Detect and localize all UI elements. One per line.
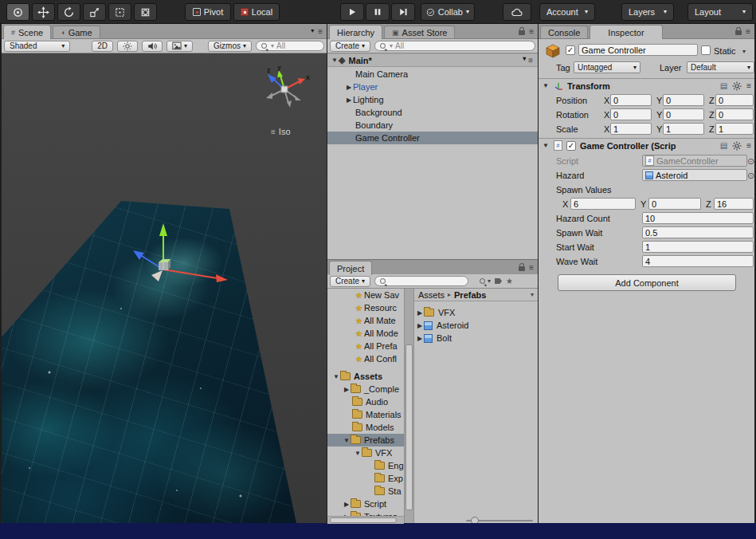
cloud-button[interactable] bbox=[503, 3, 531, 21]
static-checkbox[interactable] bbox=[701, 45, 711, 55]
start-wait-field[interactable]: 1 bbox=[642, 241, 754, 253]
hand-tool-button[interactable] bbox=[6, 3, 29, 21]
disclosure-closed-icon[interactable]: ▶ bbox=[343, 501, 351, 508]
search-by-label-icon[interactable] bbox=[495, 278, 502, 284]
disclosure-open-icon[interactable]: ▼ bbox=[331, 57, 339, 64]
tab-hierarchy[interactable]: Hierarchy bbox=[329, 25, 382, 39]
scale-tool-button[interactable] bbox=[83, 3, 106, 21]
hierarchy-search-input[interactable]: ▾ All bbox=[374, 41, 535, 51]
lock-icon[interactable] bbox=[519, 266, 525, 271]
position-x-field[interactable]: 0 bbox=[610, 94, 652, 106]
asset-item-vfx[interactable]: ▶ VFX bbox=[414, 306, 538, 319]
step-button[interactable] bbox=[391, 3, 415, 21]
rotation-y-field[interactable]: 0 bbox=[663, 108, 704, 120]
effects-dropdown[interactable]: ▾ bbox=[166, 41, 193, 52]
hierarchy-create-button[interactable]: Create ▾ bbox=[330, 41, 370, 52]
project-horizontal-scrollbar[interactable] bbox=[327, 516, 404, 524]
spawn-wait-field[interactable]: 0.5 bbox=[642, 226, 754, 238]
object-picker-icon[interactable]: ⊙ bbox=[747, 156, 754, 167]
layer-dropdown[interactable]: Default ▾ bbox=[687, 61, 754, 73]
save-search-star-icon[interactable]: ★ bbox=[506, 277, 513, 285]
component-menu-icon[interactable]: ≡ bbox=[746, 141, 751, 150]
lighting-toggle-button[interactable] bbox=[117, 41, 138, 52]
axis-y-label[interactable]: y bbox=[277, 66, 281, 71]
scrollbar-thumb[interactable] bbox=[330, 517, 397, 523]
tree-item[interactable]: ▼VFX bbox=[327, 447, 404, 459]
gear-icon[interactable] bbox=[732, 81, 742, 91]
project-tree-scrollbar[interactable] bbox=[404, 289, 414, 523]
scene-panel-menu-icon[interactable]: ≡ bbox=[318, 27, 323, 36]
transform-tool-button[interactable] bbox=[134, 3, 157, 21]
tree-item[interactable]: Models bbox=[327, 421, 404, 434]
asset-item-bolt[interactable]: ▶ Bolt bbox=[414, 332, 538, 344]
hazard-count-field[interactable]: 10 bbox=[642, 212, 754, 224]
component-menu-icon[interactable]: ≡ bbox=[746, 81, 751, 90]
help-book-icon[interactable]: ▤ bbox=[720, 81, 727, 90]
hierarchy-item-boundary[interactable]: Boundary bbox=[327, 119, 538, 132]
tree-item[interactable]: Eng bbox=[327, 459, 404, 472]
tab-scene[interactable]: # Scene bbox=[3, 25, 51, 39]
active-checkbox[interactable]: ✓ bbox=[566, 45, 575, 55]
breadcrumb-dropdown-icon[interactable]: ▾ bbox=[531, 292, 534, 298]
scrollbar-thumb[interactable] bbox=[405, 344, 413, 510]
search-by-type-button[interactable]: ▾ bbox=[479, 277, 491, 285]
position-y-field[interactable]: 0 bbox=[663, 94, 704, 106]
tree-item[interactable]: Materials bbox=[327, 408, 404, 421]
disclosure-open-icon[interactable]: ▼ bbox=[542, 142, 550, 149]
projection-mode-label[interactable]: ≡ Iso bbox=[271, 127, 291, 136]
disclosure-closed-icon[interactable]: ▶ bbox=[416, 309, 424, 317]
transform-component-header[interactable]: ▼ Transform ▤ ≡ bbox=[539, 78, 754, 92]
2d-toggle-button[interactable]: 2D bbox=[92, 41, 113, 52]
hierarchy-item-background[interactable]: Background bbox=[327, 106, 538, 119]
help-book-icon[interactable]: ▤ bbox=[720, 141, 727, 150]
scene-row-dropdown-icon[interactable]: ▾ bbox=[523, 56, 526, 65]
favorite-item[interactable]: ★New Sav bbox=[327, 289, 404, 301]
disclosure-closed-icon[interactable]: ▶ bbox=[345, 96, 353, 104]
move-gizmo[interactable] bbox=[96, 218, 239, 313]
favorite-item[interactable]: ★Resourc bbox=[327, 301, 404, 314]
scene-header-row[interactable]: ▼ ◈ Main* ▾ ≡ bbox=[327, 53, 538, 67]
disclosure-closed-icon[interactable]: ▶ bbox=[343, 386, 351, 393]
project-create-button[interactable]: Create ▾ bbox=[330, 276, 370, 287]
tab-project[interactable]: Project bbox=[329, 261, 372, 275]
disclosure-open-icon[interactable]: ▼ bbox=[332, 373, 340, 380]
orientation-gizmo[interactable]: z y x bbox=[258, 66, 315, 124]
lock-icon[interactable] bbox=[519, 30, 525, 35]
layout-dropdown[interactable]: Layout ▾ bbox=[687, 3, 753, 21]
tab-asset-store[interactable]: ▣ Asset Store bbox=[384, 26, 455, 38]
tab-game[interactable]: ◖ Game bbox=[53, 26, 100, 38]
play-button[interactable] bbox=[340, 3, 364, 21]
add-component-button[interactable]: Add Component bbox=[558, 274, 736, 291]
favorite-item[interactable]: ★All Mate bbox=[327, 314, 404, 327]
component-enabled-checkbox[interactable]: ✓ bbox=[566, 141, 576, 151]
spawn-z-field[interactable]: 16 bbox=[714, 198, 754, 210]
hierarchy-item-main-camera[interactable]: Main Camera bbox=[327, 68, 538, 81]
scale-z-field[interactable]: 1 bbox=[715, 123, 754, 135]
tree-item-assets[interactable]: ▼ Assets bbox=[327, 370, 404, 383]
tree-item[interactable]: Audio bbox=[327, 395, 404, 408]
disclosure-closed-icon[interactable]: ▶ bbox=[416, 335, 424, 342]
favorite-item[interactable]: ★All Mode bbox=[327, 327, 404, 340]
rect-tool-button[interactable] bbox=[108, 3, 131, 21]
pivot-toggle-button[interactable]: Pivot bbox=[185, 3, 231, 21]
rotate-tool-button[interactable] bbox=[57, 3, 80, 21]
tab-inspector[interactable]: Inspector bbox=[590, 25, 662, 39]
account-dropdown[interactable]: Account ▾ bbox=[539, 3, 595, 21]
static-dropdown-icon[interactable]: ▾ bbox=[742, 49, 746, 55]
breadcrumb-root[interactable]: Assets bbox=[418, 290, 445, 300]
spawn-y-field[interactable]: 0 bbox=[648, 198, 701, 210]
wave-wait-field[interactable]: 4 bbox=[642, 255, 754, 267]
inspector-panel-menu-icon[interactable]: ≡ bbox=[746, 27, 750, 36]
hazard-object-field[interactable]: Asteroid bbox=[642, 169, 747, 181]
axis-x-label[interactable]: x bbox=[306, 73, 310, 81]
rotation-x-field[interactable]: 0 bbox=[610, 108, 652, 120]
tab-console[interactable]: Console bbox=[540, 26, 588, 38]
asset-item-asteroid[interactable]: ▶ Asteroid bbox=[414, 319, 538, 332]
scale-y-field[interactable]: 1 bbox=[663, 123, 704, 135]
disclosure-closed-icon[interactable]: ▶ bbox=[345, 84, 353, 91]
tree-item[interactable]: Exp bbox=[327, 472, 404, 485]
disclosure-open-icon[interactable]: ▼ bbox=[343, 437, 351, 444]
tree-item[interactable]: ▶Script bbox=[327, 498, 404, 510]
breadcrumb-current[interactable]: Prefabs bbox=[454, 290, 486, 300]
tree-item[interactable]: Sta bbox=[327, 485, 404, 498]
